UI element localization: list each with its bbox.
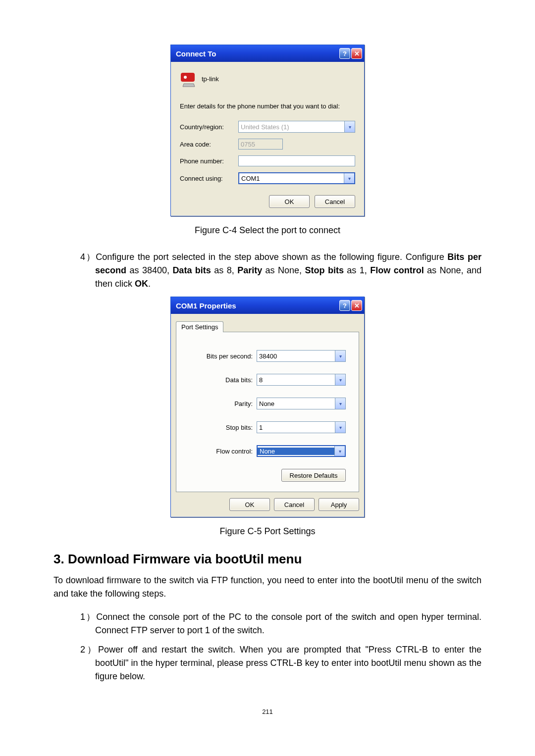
step-4: 4）Configure the port selected in the ste… — [54, 251, 482, 291]
parity-select[interactable]: None ▾ — [257, 398, 346, 409]
connect-using-label: Connect using: — [180, 175, 238, 182]
dialog-titlebar: COM1 Properties ? ✕ — [171, 297, 364, 314]
chevron-down-icon: ▾ — [344, 121, 355, 132]
ok-button[interactable]: OK — [229, 498, 270, 511]
stop-bits-label: Stop bits: — [226, 424, 253, 431]
flow-control-label: Flow control: — [216, 448, 253, 455]
parity-label: Parity: — [234, 400, 253, 407]
country-label: Country/region: — [180, 123, 238, 131]
com1-properties-dialog: COM1 Properties ? ✕ Port Settings Bits p… — [170, 297, 365, 517]
svg-point-1 — [184, 76, 187, 79]
data-bits-label: Data bits: — [225, 376, 253, 384]
svg-rect-0 — [181, 73, 195, 82]
area-code-input[interactable] — [238, 139, 283, 150]
country-select[interactable]: United States (1) ▾ — [238, 121, 355, 133]
data-bits-select[interactable]: 8 ▾ — [257, 374, 346, 386]
phone-icon — [180, 70, 198, 88]
bits-per-second-select[interactable]: 38400 ▾ — [257, 350, 346, 362]
chevron-down-icon: ▾ — [335, 374, 345, 385]
dialog-titlebar: Connect To ? ✕ — [171, 45, 364, 62]
close-button[interactable]: ✕ — [351, 48, 362, 59]
section-heading: 3. Download Firmware via bootUtil menu — [54, 552, 482, 567]
stop-bits-select[interactable]: 1 ▾ — [257, 421, 346, 433]
chevron-down-icon: ▾ — [335, 398, 345, 409]
chevron-down-icon: ▾ — [335, 422, 345, 433]
dialog-title: COM1 Properties — [176, 302, 339, 310]
ok-button[interactable]: OK — [269, 195, 310, 208]
apply-button[interactable]: Apply — [319, 498, 359, 511]
figure-caption-c5: Figure C-5 Port Settings — [54, 526, 482, 537]
figure-caption-c4: Figure C-4 Select the port to connect — [54, 225, 482, 236]
cancel-button[interactable]: Cancel — [315, 195, 355, 208]
connect-using-select[interactable]: COM1 ▾ — [238, 172, 355, 184]
section-intro: To download firmware to the switch via F… — [54, 574, 482, 601]
phone-number-input[interactable] — [238, 155, 355, 166]
step-2: 2）Power off and restart the switch. When… — [54, 643, 482, 683]
help-button[interactable]: ? — [339, 300, 350, 311]
chevron-down-icon: ▾ — [335, 351, 345, 361]
phone-number-label: Phone number: — [180, 157, 238, 165]
page-number: 211 — [54, 708, 482, 715]
step-1: 1）Connect the console port of the PC to … — [54, 610, 482, 637]
tab-port-settings[interactable]: Port Settings — [176, 321, 223, 332]
port-settings-panel: Bits per second: 38400 ▾ Data bits: 8 ▾ … — [176, 332, 359, 492]
dialog-title: Connect To — [176, 50, 339, 58]
close-button[interactable]: ✕ — [351, 300, 362, 311]
bits-per-second-label: Bits per second: — [207, 353, 253, 360]
area-code-label: Area code: — [180, 141, 238, 148]
prompt-text: Enter details for the phone number that … — [180, 102, 355, 110]
connection-name: tp-link — [202, 75, 219, 83]
restore-defaults-button[interactable]: Restore Defaults — [281, 469, 346, 482]
help-button[interactable]: ? — [339, 48, 350, 59]
connect-to-dialog: Connect To ? ✕ tp-link Enter details for… — [170, 45, 365, 216]
flow-control-select[interactable]: None ▾ — [257, 445, 346, 457]
chevron-down-icon: ▾ — [334, 446, 345, 456]
chevron-down-icon: ▾ — [344, 173, 354, 183]
cancel-button[interactable]: Cancel — [274, 498, 315, 511]
